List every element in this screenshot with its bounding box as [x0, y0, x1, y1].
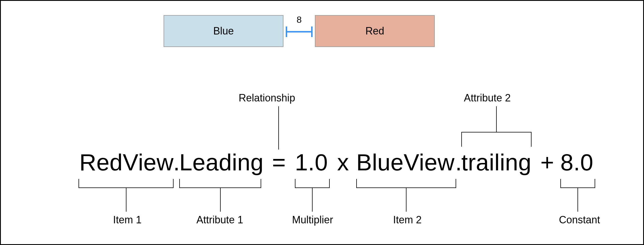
bracket-item2-left	[356, 179, 357, 187]
bracket-item1-left	[79, 179, 79, 187]
red-view-label: Red	[365, 25, 384, 37]
anno-attr2-bracket-right	[531, 132, 532, 147]
bracket-mult-right	[329, 179, 330, 187]
bracket-item1-stem	[126, 187, 126, 212]
dimension-cap-right	[311, 26, 313, 37]
eq-dot1: .	[173, 149, 180, 176]
eq-times: x	[337, 149, 349, 176]
bracket-item1-right	[173, 179, 174, 187]
bracket-mult-left	[295, 179, 295, 187]
dimension-cap-left	[286, 26, 287, 37]
bracket-item2-stem	[406, 187, 406, 212]
diagram-page: Blue Red 8 RedView . Leading = 1.0 x Blu…	[0, 0, 644, 245]
bracket-const-left	[560, 179, 561, 187]
anno-attribute2: Attribute 2	[464, 92, 511, 104]
anno-attribute1: Attribute 1	[196, 214, 243, 226]
eq-attribute1: Leading	[179, 149, 263, 176]
gap-value: 8	[295, 15, 303, 25]
bracket-item2-right	[456, 179, 456, 187]
anno-item2: Item 2	[393, 214, 422, 226]
dimension-line	[286, 31, 312, 32]
anno-multiplier: Multiplier	[292, 214, 333, 226]
anno-attr2-stem	[496, 106, 497, 132]
anno-attr2-bracket-top	[461, 132, 532, 132]
eq-dot2: .	[455, 149, 462, 176]
eq-attribute2: trailing	[461, 149, 532, 176]
anno-relationship-stem	[278, 106, 279, 150]
red-view-box: Red	[315, 15, 435, 47]
eq-multiplier: 1.0	[295, 149, 328, 176]
eq-constant: 8.0	[560, 149, 593, 176]
blue-view-label: Blue	[213, 25, 234, 37]
bracket-attr1-right	[261, 179, 261, 187]
bracket-const-stem	[577, 187, 578, 212]
bracket-mult-stem	[312, 187, 313, 212]
eq-item2: BlueView	[356, 149, 454, 176]
anno-constant: Constant	[559, 214, 600, 226]
bracket-attr1-left	[179, 179, 180, 187]
eq-plus: +	[540, 149, 554, 176]
anno-relationship: Relationship	[239, 92, 295, 104]
eq-relationship: =	[272, 149, 286, 176]
anno-item1: Item 1	[113, 214, 142, 226]
blue-view-box: Blue	[164, 15, 283, 47]
bracket-const-right	[595, 179, 595, 187]
eq-item1: RedView	[79, 149, 174, 176]
anno-attr2-bracket-left	[461, 132, 462, 147]
bracket-attr1-stem	[220, 187, 221, 212]
